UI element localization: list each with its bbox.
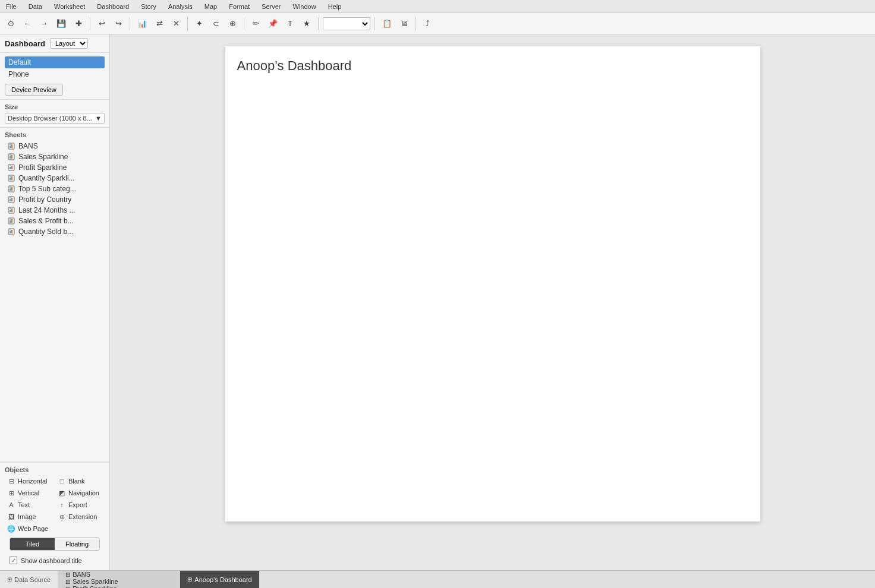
undo-button[interactable]: ↩ (95, 16, 109, 31)
object-label: Web Page (18, 525, 48, 532)
object-item-image[interactable]: 🖼 Image (5, 511, 54, 522)
dashboard-tab-icon: ⊞ (187, 576, 192, 583)
sheet-item[interactable]: BANS (5, 141, 105, 151)
svg-rect-2 (11, 144, 12, 148)
device-default[interactable]: Default (5, 56, 105, 68)
tab-dashboard-active[interactable]: ⊞ Anoop’s Dashboard (180, 571, 259, 588)
sheet-icon (7, 185, 15, 193)
sheet-item[interactable]: Quantity Sold b... (5, 226, 105, 237)
tab-label: Profit Sparkline (73, 585, 117, 588)
tab-datasource[interactable]: ⊞ Data Source (0, 571, 58, 588)
svg-rect-27 (10, 208, 11, 209)
add-button[interactable]: ✚ (71, 16, 86, 31)
svg-rect-19 (10, 186, 11, 188)
object-item-web-page[interactable]: 🌐 Web Page (5, 523, 54, 534)
canvas-area[interactable]: Anoop’s Dashboard (110, 34, 875, 570)
menu-analysis[interactable]: Analysis (166, 2, 195, 11)
tab-bar: ⊞ Data Source ⊟BANS⊟Sales Sparkline⊟Prof… (0, 570, 875, 588)
object-label: Blank (68, 478, 85, 485)
pin-button[interactable]: 📌 (265, 16, 281, 31)
sheet-name: Sales & Profit b... (18, 217, 74, 225)
home-button[interactable]: ⊙ (4, 16, 18, 31)
menu-window[interactable]: Window (291, 2, 319, 11)
sheet-item[interactable]: Last 24 Months ... (5, 205, 105, 216)
menu-worksheet[interactable]: Worksheet (52, 2, 87, 11)
layout-dropdown[interactable]: Layout (50, 38, 88, 49)
tab-bans[interactable]: ⊟BANS (58, 571, 180, 578)
tab-profit-sparkline[interactable]: ⊟Profit Sparkline (58, 585, 180, 588)
toolbar-separator-2 (130, 17, 130, 30)
device-preview-button[interactable]: Device Preview (5, 84, 63, 96)
sheet-item[interactable]: Profit Sparkline (5, 162, 105, 173)
star-button[interactable]: ★ (300, 16, 314, 31)
object-label: Extension (68, 513, 97, 520)
svg-rect-6 (11, 155, 12, 159)
show-title-checkbox[interactable]: ✓ (10, 557, 17, 564)
object-icon: ⊟ (7, 477, 15, 485)
sheet-item[interactable]: Quantity Sparkli... (5, 173, 105, 184)
svg-rect-25 (10, 210, 11, 212)
svg-rect-34 (11, 230, 12, 233)
svg-rect-14 (11, 176, 12, 180)
object-item-blank[interactable]: □ Blank (55, 476, 105, 486)
back-button[interactable]: ← (20, 16, 34, 31)
show-title-label: Show dashboard title (21, 557, 82, 564)
object-item-text[interactable]: A Text (5, 500, 54, 510)
sheet-icon (7, 163, 15, 172)
forward-button[interactable]: → (37, 16, 51, 31)
object-item-export[interactable]: ↑ Export (55, 500, 105, 510)
svg-rect-10 (11, 166, 12, 169)
sheet-icon (7, 174, 15, 182)
svg-rect-30 (11, 219, 12, 223)
menu-map[interactable]: Map (202, 2, 219, 11)
menu-format[interactable]: Format (226, 2, 252, 11)
menu-dashboard[interactable]: Dashboard (95, 2, 131, 11)
chart-button[interactable]: 📊 (134, 16, 150, 31)
svg-rect-11 (10, 165, 11, 166)
dashboard-canvas: Anoop’s Dashboard (225, 46, 760, 521)
object-item-vertical[interactable]: ⊞ Vertical (5, 488, 54, 498)
size-dropdown[interactable]: Desktop Browser (1000 x 8... ▼ (5, 113, 105, 124)
toolbar-separator-7 (416, 17, 416, 30)
object-item-navigation[interactable]: ◩ Navigation (55, 488, 105, 498)
svg-rect-17 (10, 188, 11, 191)
sheet-item[interactable]: Sales & Profit b... (5, 216, 105, 226)
object-item-extension[interactable]: ⊕ Extension (55, 511, 105, 522)
toolbar-separator-1 (90, 17, 90, 30)
redo-button[interactable]: ↪ (111, 16, 125, 31)
device-phone[interactable]: Phone (5, 68, 105, 80)
highlight-button[interactable]: ✦ (192, 16, 206, 31)
save-button[interactable]: 💾 (53, 16, 69, 31)
swap-button[interactable]: ⇄ (152, 16, 166, 31)
show-dashboard-title[interactable]: ✓ Show dashboard title (5, 554, 105, 567)
floating-button[interactable]: Floating (55, 538, 99, 550)
tab-sales-sparkline[interactable]: ⊟Sales Sparkline (58, 578, 180, 585)
text-button[interactable]: T (283, 16, 297, 31)
lasso-button[interactable]: ⊂ (209, 16, 223, 31)
sheet-item[interactable]: Top 5 Sub categ... (5, 184, 105, 194)
sheet-item[interactable]: Profit by Country (5, 194, 105, 205)
sheets-label: Sheets (5, 131, 105, 138)
pen-button[interactable]: ✏ (248, 16, 263, 31)
menu-data[interactable]: Data (26, 2, 45, 11)
sheet-icon (7, 206, 15, 214)
dashboard-title: Anoop’s Dashboard (237, 58, 748, 74)
device-button[interactable]: 🖥 (397, 16, 411, 31)
tiled-button[interactable]: Tiled (10, 538, 55, 550)
object-label: Navigation (68, 489, 99, 497)
sheet-icon (7, 195, 15, 204)
clear-button[interactable]: ✕ (169, 16, 183, 31)
menu-server[interactable]: Server (259, 2, 283, 11)
zoom-button[interactable]: ⊕ (225, 16, 240, 31)
menu-file[interactable]: File (4, 2, 19, 11)
marks-dropdown[interactable] (323, 17, 370, 30)
share-button[interactable]: ⤴ (420, 16, 435, 31)
svg-rect-13 (10, 178, 11, 180)
sheet-item[interactable]: Sales Sparkline (5, 151, 105, 162)
object-item-horizontal[interactable]: ⊟ Horizontal (5, 476, 54, 486)
view-button[interactable]: 📋 (379, 16, 395, 31)
menu-story[interactable]: Story (139, 2, 159, 11)
tab-label: BANS (73, 571, 90, 578)
menu-help[interactable]: Help (326, 2, 344, 11)
sheet-name: BANS (18, 142, 38, 150)
